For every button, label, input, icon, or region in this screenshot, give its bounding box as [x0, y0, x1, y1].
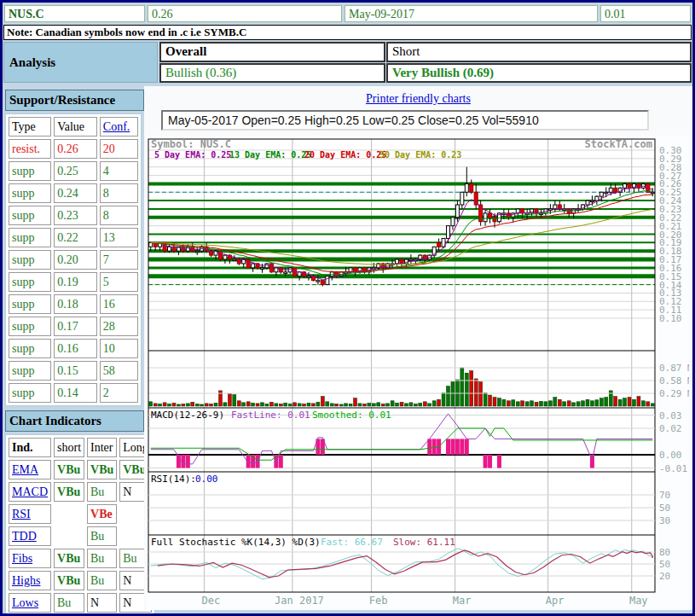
sr-row: supp0.248	[9, 183, 138, 203]
sr-value: 0.16	[54, 339, 97, 358]
indicator-link[interactable]: Fibs	[12, 552, 32, 565]
ci-row: LowsBuNN	[9, 593, 152, 613]
ci-cell: VBu	[54, 460, 84, 479]
ci-row: FibsVBuBuBu	[9, 549, 152, 568]
ci-cell	[54, 526, 84, 546]
ci-col-inter: Inter	[87, 438, 117, 457]
sr-type: supp	[9, 183, 51, 203]
ci-ind: Fibs	[9, 549, 51, 568]
ci-ind: MACD	[9, 482, 51, 502]
short-value: Very Bullish (0.69)	[386, 63, 692, 84]
printer-friendly-link[interactable]: Printer friendly charts	[366, 92, 471, 105]
svg-text:0.58 M: 0.58 M	[659, 375, 689, 386]
svg-text:Fast: 66.67: Fast: 66.67	[321, 537, 383, 548]
printer-link-row: Printer friendly charts	[144, 92, 692, 106]
date-field[interactable]: May-09-2017	[345, 5, 598, 22]
short-header: Short	[386, 42, 692, 62]
ci-ind: RSI	[9, 504, 51, 524]
sr-col-value: Value	[54, 117, 97, 137]
sr-row: supp0.142	[9, 383, 138, 403]
ci-row: HighsVBuBuN	[9, 571, 152, 590]
svg-text:70: 70	[659, 490, 670, 501]
chart-column: Printer friendly charts May-05-2017 Open…	[144, 86, 692, 610]
price-field[interactable]: 0.26	[148, 5, 342, 22]
svg-text:50: 50	[659, 559, 670, 570]
sr-row: supp0.207	[9, 250, 138, 270]
ci-cell: Bu	[87, 526, 117, 546]
sr-type: supp	[9, 250, 51, 270]
conf-link[interactable]: Conf.	[103, 120, 130, 133]
ci-cell	[54, 504, 84, 524]
indicator-link[interactable]: Highs	[12, 574, 40, 587]
sr-row: supp0.1558	[9, 361, 138, 381]
svg-text:FastLine: 0.01: FastLine: 0.01	[231, 410, 310, 421]
analysis-grid: Overall Short Bullish (0.36) Very Bullis…	[159, 42, 692, 83]
ci-ind: TDD	[9, 526, 51, 546]
svg-text:Jan 2017: Jan 2017	[275, 595, 324, 607]
ci-row: RSIVBe	[9, 504, 152, 524]
sr-value: 0.26	[54, 139, 97, 159]
ci-cell: VBu	[54, 482, 84, 502]
main-area: Support/Resistance TypeValueConf.resist.…	[3, 86, 692, 616]
chart-indicators-table: Ind.shortInterLongEMAVBuVBuVBuMACDVBuBuN…	[5, 434, 155, 616]
svg-text:13 Day EMA: 0.25: 13 Day EMA: 0.25	[229, 150, 311, 160]
svg-text:Apr: Apr	[546, 595, 565, 607]
sr-type: supp	[9, 228, 51, 247]
svg-text:0.02: 0.02	[659, 423, 682, 434]
indicator-link[interactable]: TDD	[12, 530, 37, 543]
ohlc-info-box: May-05-2017 Open=0.25 High=0.25 Low=0.25…	[161, 110, 649, 131]
indicator-link[interactable]: EMA	[12, 463, 38, 476]
sr-type: resist.	[9, 139, 51, 159]
analysis-title: Analysis	[3, 42, 158, 83]
indicator-link[interactable]: RSI	[12, 508, 31, 520]
indicator-link[interactable]: Lows	[12, 596, 38, 609]
ci-col-ind: Ind.	[9, 438, 51, 457]
sr-row: supp0.2213	[9, 228, 138, 247]
symbol-field[interactable]: NUS.C	[4, 5, 145, 22]
svg-text:0.03: 0.03	[659, 410, 682, 421]
svg-text:-0.01: -0.01	[659, 463, 687, 474]
svg-text:0.29 M: 0.29 M	[659, 388, 689, 399]
sr-conf: 28	[100, 317, 138, 336]
sr-row: supp0.1728	[9, 317, 138, 336]
svg-text:20: 20	[659, 571, 670, 582]
sr-conf: 5	[100, 272, 138, 292]
ci-cell: Bu	[54, 593, 84, 613]
sr-type: supp	[9, 339, 51, 358]
ci-cell: Bu	[87, 482, 117, 502]
svg-text:0.00: 0.00	[195, 474, 218, 485]
sr-conf: 20	[100, 139, 138, 159]
svg-text:RSI(14):: RSI(14):	[151, 474, 196, 485]
overall-header: Overall	[159, 42, 385, 62]
sr-row: supp0.195	[9, 272, 138, 292]
ci-cell: VBu	[54, 571, 84, 590]
sr-conf: 13	[100, 228, 138, 247]
sr-value: 0.25	[54, 161, 97, 181]
ci-cell: VBu	[54, 549, 84, 568]
sr-conf: 2	[100, 383, 138, 403]
sr-value: 0.17	[54, 317, 97, 336]
sr-row: supp0.1610	[9, 339, 138, 358]
sr-type: supp	[9, 206, 51, 225]
analysis-section: Analysis Overall Short Bullish (0.36) Ve…	[3, 42, 692, 83]
svg-text:Feb: Feb	[369, 595, 388, 607]
svg-text:MACD(12-26-9): MACD(12-26-9)	[151, 410, 224, 421]
svg-text:Slow: 61.11: Slow: 61.11	[393, 537, 455, 548]
svg-text:80: 80	[659, 547, 670, 558]
indicator-link[interactable]: MACD	[12, 485, 48, 498]
change-field[interactable]: 0.01	[600, 5, 691, 22]
canadian-symbols-note: Note: Canadian symbols now end in .c i.e…	[3, 25, 692, 40]
ci-row: TDDBu	[9, 526, 152, 546]
ci-cell: VBe	[87, 504, 117, 524]
ci-ind: Highs	[9, 571, 51, 590]
ci-cell: Bu	[87, 571, 117, 590]
sr-value: 0.14	[54, 383, 97, 403]
ci-row: EMAVBuVBuVBu	[9, 460, 152, 479]
svg-text:0.10: 0.10	[659, 313, 682, 324]
svg-text:Full Stochastic %K(14,3) %D(3): Full Stochastic %K(14,3) %D(3)	[151, 537, 321, 548]
sr-col-type: Type	[9, 117, 51, 137]
stock-chart[interactable]: 0.300.290.280.270.260.250.240.230.220.21…	[146, 136, 689, 610]
svg-text:50 Day EMA: 0.23: 50 Day EMA: 0.23	[379, 150, 461, 160]
sr-conf: 16	[100, 294, 138, 314]
sr-conf: 10	[100, 339, 138, 358]
